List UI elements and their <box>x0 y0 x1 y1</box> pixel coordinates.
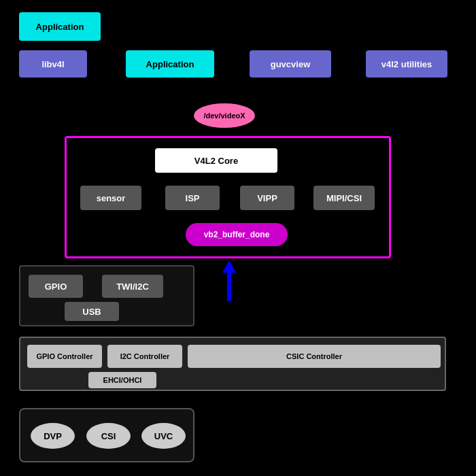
mipi-csi-box: MIPI/CSI <box>313 186 375 210</box>
gpio-controller-box: GPIO Controller <box>27 345 102 368</box>
dev-video-oval: /dev/videoX <box>194 103 255 128</box>
vipp-box: VIPP <box>240 186 294 210</box>
diagram: Application libv4l Application guvcview … <box>0 0 476 476</box>
vb2-buffer-done-pill: vb2_buffer_done <box>186 223 288 246</box>
sensor-box: sensor <box>80 186 141 210</box>
ehci-ohci-box: EHCI/OHCI <box>88 372 156 388</box>
hardware-container: GPIO TWI/I2C USB <box>19 265 194 326</box>
gpio-box: GPIO <box>29 275 83 298</box>
guvcview-box: guvcview <box>250 50 331 78</box>
isp-box: ISP <box>165 186 220 210</box>
twi-i2c-box: TWI/I2C <box>102 275 163 298</box>
libv4l-box: libv4l <box>19 50 87 78</box>
v4l2-core-container: V4L2 Core sensor ISP VIPP MIPI/CSI vb2_b… <box>65 136 391 258</box>
i2c-controller-box: I2C Controller <box>107 345 182 368</box>
application-box: Application <box>126 50 214 78</box>
controllers-container: GPIO Controller I2C Controller CSIC Cont… <box>19 337 446 391</box>
top-application-box: Application <box>19 12 101 41</box>
usb-box: USB <box>65 302 119 321</box>
bottom-container: DVP CSI UVC <box>19 408 194 462</box>
upward-arrow <box>222 260 236 301</box>
csic-controller-box: CSIC Controller <box>188 345 441 368</box>
uvc-oval: UVC <box>141 423 186 449</box>
csi-oval: CSI <box>86 423 131 449</box>
dvp-oval: DVP <box>31 423 75 449</box>
v4l2-core-label: V4L2 Core <box>155 148 277 173</box>
v4l2-utilities-box: v4l2 utilities <box>366 50 447 78</box>
